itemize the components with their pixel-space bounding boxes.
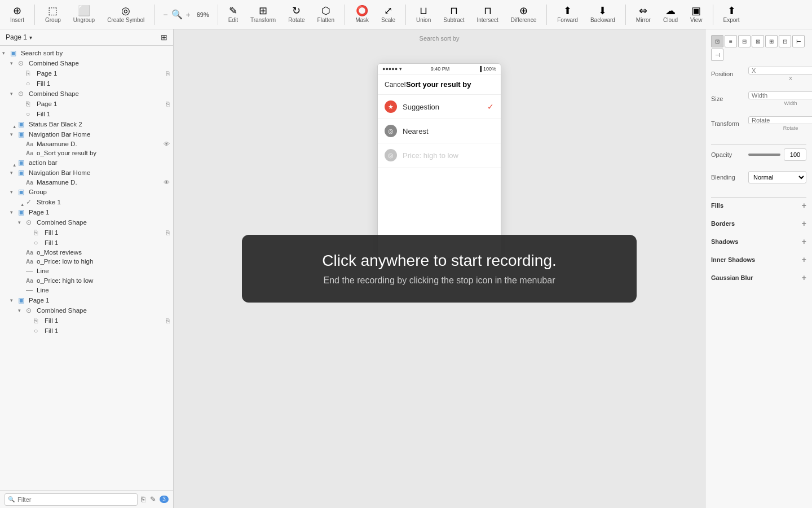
mirror-icon: ⇔	[639, 6, 647, 16]
edit-button[interactable]: ✎ Edit	[224, 3, 242, 25]
cloud-button[interactable]: ☁ Cloud	[659, 3, 682, 25]
tree-actions: ⎘	[166, 70, 173, 77]
sort-item-suggestion[interactable]: ★ Suggestion ✓	[378, 95, 501, 119]
forward-button[interactable]: ⬆ Forward	[553, 3, 582, 25]
mask-button[interactable]: ⭕ Mask	[351, 3, 373, 25]
copy-icon[interactable]: ⎘	[166, 317, 170, 324]
subtract-button[interactable]: ⊓ Subtract	[439, 3, 469, 25]
tree-item-fill1-b[interactable]: ▸ ○ Fill 1	[0, 109, 173, 119]
align-bottom-button[interactable]: ⊡	[779, 35, 791, 47]
tree-item-page1-a[interactable]: ▸ ⎘ Page 1 ⎘	[0, 68, 173, 78]
arrow-icon: ▾	[10, 91, 18, 97]
flatten-button[interactable]: ⬡ Flatten	[313, 3, 339, 25]
tree-item-masamune-1[interactable]: ▸ Aa Masamune D. 👁	[0, 139, 173, 148]
copy-icon[interactable]: ⎘	[166, 70, 170, 77]
tree-item-action-bar[interactable]: ▸ ▣ action bar	[0, 157, 173, 168]
tree-item-page1-nested[interactable]: ▾ ▣ Page 1	[0, 207, 173, 217]
align-right-button[interactable]: ⊟	[738, 35, 751, 47]
tree-item-combined-shape-2[interactable]: ▾ ⊙ Combined Shape	[0, 89, 173, 99]
filter-input[interactable]	[5, 493, 138, 506]
intersect-button[interactable]: ⊓ Intersect	[472, 3, 502, 25]
tree-item-combined-shape-4[interactable]: ▾ ⊙ Combined Shape	[0, 305, 173, 316]
view-button[interactable]: ▣ View	[686, 3, 707, 25]
distribute-h-button[interactable]: ⊢	[792, 35, 805, 47]
tree-item-page1-b[interactable]: ▸ ⎘ Page 1 ⎘	[0, 99, 173, 109]
eye-icon[interactable]: 👁	[164, 141, 170, 147]
tree-item-combined-shape-3[interactable]: ▾ ⊙ Combined Shape	[0, 217, 173, 227]
blending-select[interactable]: Normal	[748, 171, 806, 183]
tree-item-fill1-a[interactable]: ▸ ○ Fill 1	[0, 78, 173, 89]
tree-item-line-1[interactable]: ▸ — Line	[0, 266, 173, 276]
cancel-button[interactable]: Cancel	[385, 81, 405, 89]
scale-button[interactable]: ⤢ Scale	[377, 3, 400, 25]
tree-item-fill1-c[interactable]: ▸ ⎘ Fill 1 ⎘	[0, 227, 173, 238]
backward-label: Backward	[590, 17, 615, 23]
tree-item-nav-bar-home-2[interactable]: ▾ ▣ Navigation Bar Home	[0, 168, 173, 178]
arrow-icon: ▾	[18, 308, 26, 313]
tree-item-group[interactable]: ▾ ▣ Group	[0, 187, 173, 197]
tree-item-most-reviews[interactable]: ▸ Aa o_Most reviews	[0, 248, 173, 257]
main-layout: Page 1 ▾ ⊞ ▾ ▣ Search sort by ▾ ⊙ Combin…	[0, 29, 812, 508]
rotate-input[interactable]	[748, 116, 812, 124]
zoom-out-button[interactable]: −	[161, 9, 170, 20]
fills-add-button[interactable]: +	[802, 201, 806, 210]
opacity-slider[interactable]	[748, 154, 780, 156]
filter-edit-icon[interactable]: ✎	[149, 494, 157, 505]
gaussian-blur-add-button[interactable]: +	[802, 273, 806, 282]
width-input[interactable]	[748, 91, 812, 99]
filter-copy-icon[interactable]: ⎘	[140, 494, 147, 505]
opacity-input[interactable]	[784, 148, 806, 161]
tree-item-price-low-high[interactable]: ▸ Aa o_Price: low to high	[0, 257, 173, 266]
tree-item-nav-bar-home-1[interactable]: ▾ ▣ Navigation Bar Home	[0, 129, 173, 139]
align-center-button[interactable]: ≡	[725, 35, 737, 47]
export-button[interactable]: ⬆ Export	[719, 3, 744, 25]
align-middle-button[interactable]: ⊞	[765, 35, 778, 47]
position-x-input[interactable]	[748, 67, 812, 75]
shadows-add-button[interactable]: +	[802, 237, 806, 246]
tree-item-fill1-d[interactable]: ▸ ○ Fill 1	[0, 238, 173, 248]
line-icon: —	[26, 286, 35, 294]
size-section: Size Width 🔗 Height	[711, 91, 806, 111]
align-left-top-button[interactable]: ⊡	[711, 35, 723, 47]
eye-icon[interactable]: 👁	[164, 179, 170, 186]
sort-item-nearest[interactable]: ◎ Nearest	[378, 119, 501, 143]
copy-icon[interactable]: ⎘	[166, 100, 170, 107]
subtract-icon: ⊓	[450, 6, 458, 16]
create-symbol-button[interactable]: ◎ Create Symbol	[103, 3, 149, 25]
difference-button[interactable]: ⊕ Difference	[506, 3, 541, 25]
borders-add-button[interactable]: +	[802, 219, 806, 228]
export-icon: ⬆	[727, 6, 736, 16]
sort-item-price-high-low[interactable]: ◎ Price: high to low	[378, 143, 501, 168]
backward-button[interactable]: ⬇ Backward	[586, 3, 620, 25]
page-add-icon[interactable]: ⊞	[161, 33, 167, 42]
tree-item-price-high-low[interactable]: ▸ Aa o_Price: high to low	[0, 276, 173, 285]
tree-item-page1-nested2[interactable]: ▾ ▣ Page 1	[0, 295, 173, 305]
tree-label: o_Most reviews	[37, 249, 173, 256]
tree-item-sort-result[interactable]: ▸ Aa o_Sort your result by	[0, 148, 173, 157]
mirror-button[interactable]: ⇔ Mirror	[632, 3, 655, 25]
tree-item-status-bar[interactable]: ▸ ▣ Status Bar Black 2	[0, 119, 173, 129]
tree-item-stroke1[interactable]: ▸ ✓ Stroke 1	[0, 197, 173, 207]
inner-shadows-add-button[interactable]: +	[802, 255, 806, 264]
group-button[interactable]: ⬚ Group	[41, 3, 65, 25]
rotate-button[interactable]: ↻ Rotate	[284, 3, 309, 25]
align-top-button[interactable]: ⊠	[752, 35, 764, 47]
tree-item-fill1-e[interactable]: ▸ ⎘ Fill 1 ⎘	[0, 316, 173, 326]
tree-item-combined-shape-1[interactable]: ▾ ⊙ Combined Shape	[0, 58, 173, 68]
fills-label: Fills	[711, 202, 723, 209]
ungroup-button[interactable]: ⬜ Ungroup	[69, 3, 99, 25]
tree-item-masamune-2[interactable]: ▸ Aa Masamune D. 👁	[0, 178, 173, 187]
transform-button[interactable]: ⊞ Transform	[246, 3, 280, 25]
tree-item-search-sort-by[interactable]: ▾ ▣ Search sort by	[0, 48, 173, 58]
zoom-in-button[interactable]: +	[184, 9, 193, 20]
shadows-header: Shadows +	[711, 237, 806, 246]
tree-item-fill1-f[interactable]: ▸ ○ Fill 1	[0, 326, 173, 336]
page-selector[interactable]: Page 1 ▾ ⊞	[0, 29, 173, 46]
transform-section: Transform Rotate ⇔ ⇕	[711, 116, 806, 135]
tree-item-line-2[interactable]: ▸ — Line	[0, 285, 173, 295]
insert-button[interactable]: ⊕ Insert	[6, 3, 29, 25]
copy-icon[interactable]: ⎘	[166, 229, 170, 236]
canvas[interactable]: Search sort by ●●●●● ▾ 9:40 PM ▐ 100% Ca…	[174, 29, 705, 508]
distribute-v-button[interactable]: ⊣	[711, 49, 723, 61]
union-button[interactable]: ⊔ Union	[412, 3, 435, 25]
